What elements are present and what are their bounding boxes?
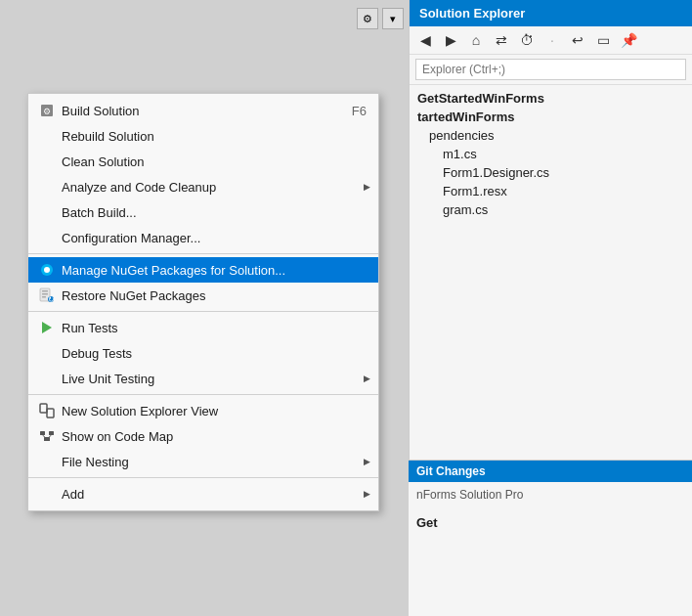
clean-solution-label: Clean Solution — [62, 154, 367, 169]
separator-after-restore-nuget — [28, 311, 378, 312]
svg-rect-13 — [40, 431, 45, 435]
forward-button[interactable]: ▶ — [439, 29, 462, 51]
show-on-code-map-label: Show on Code Map — [62, 429, 367, 444]
file-nesting-label: File Nesting — [62, 455, 367, 469]
menu-item-batch-build[interactable]: Batch Build... — [28, 199, 378, 225]
svg-marker-10 — [42, 322, 52, 333]
live-unit-testing-label: Live Unit Testing — [62, 372, 367, 386]
git-changes-panel: Git Changes nForms Solution Pro Get — [409, 460, 692, 616]
menu-item-configuration-manager[interactable]: Configuration Manager... — [28, 225, 378, 250]
se-search-area — [410, 55, 692, 85]
new-solution-explorer-view-label: New Solution Explorer View — [62, 404, 367, 418]
menu-item-manage-nuget[interactable]: Manage NuGet Packages for Solution... — [28, 257, 378, 283]
build-solution-shortcut: F6 — [352, 104, 367, 118]
debug-tests-label: Debug Tests — [62, 346, 367, 361]
solution-explorer-panel: Solution Explorer ◀ ▶ ⌂ ⇄ ⏱ · ↩ ▭ 📌 GetS… — [409, 0, 692, 616]
menu-item-analyze-code[interactable]: Analyze and Code Cleanup — [28, 174, 378, 199]
clock-button[interactable]: ⏱ — [515, 29, 539, 51]
restore-nuget-icon: ↻ — [36, 287, 58, 303]
settings-icon[interactable]: ⚙ — [357, 8, 378, 29]
configuration-manager-label: Configuration Manager... — [62, 231, 367, 245]
tree-item[interactable]: gram.cs — [410, 200, 692, 219]
tree-item[interactable]: pendencies — [410, 126, 692, 145]
menu-item-run-tests[interactable]: Run Tests — [28, 315, 378, 340]
solution-explorer-title: Solution Explorer — [410, 0, 692, 26]
run-tests-label: Run Tests — [62, 321, 367, 335]
home-button[interactable]: ⌂ — [464, 29, 488, 51]
svg-point-3 — [44, 267, 50, 273]
menu-item-clean-solution[interactable]: Clean Solution — [28, 149, 378, 174]
tree-item[interactable]: Form1.resx — [410, 182, 692, 200]
analyze-code-label: Analyze and Code Cleanup — [62, 180, 367, 195]
separator-after-file-nesting — [28, 477, 378, 478]
se-search-input[interactable] — [415, 59, 686, 80]
dropdown-arrow[interactable]: ▾ — [382, 8, 404, 29]
menu-item-rebuild-solution[interactable]: Rebuild Solution — [28, 123, 378, 149]
git-changes-content: nForms Solution Pro — [409, 482, 692, 507]
build-solution-label: Build Solution — [62, 104, 332, 118]
separator-after-live-unit-testing — [28, 394, 378, 395]
tree-item[interactable]: Form1.Designer.cs — [410, 163, 692, 182]
menu-item-build-solution[interactable]: ⚙Build SolutionF6 — [28, 98, 378, 123]
manage-nuget-label: Manage NuGet Packages for Solution... — [62, 263, 367, 278]
git-get-label: Get — [409, 507, 692, 538]
git-solution-pro-label: nForms Solution Pro — [416, 488, 523, 502]
rebuild-solution-label: Rebuild Solution — [62, 129, 367, 144]
menu-item-add[interactable]: Add — [28, 481, 378, 506]
get-text: Get — [416, 515, 438, 530]
tree-item[interactable]: m1.cs — [410, 145, 692, 163]
context-menu: ⚙Build SolutionF6Rebuild SolutionClean S… — [27, 93, 379, 511]
run-tests-icon — [36, 320, 58, 335]
sync-button[interactable]: ⇄ — [490, 29, 513, 51]
undo-button[interactable]: ↩ — [566, 29, 589, 51]
pin-button[interactable]: 📌 — [617, 29, 640, 51]
svg-rect-11 — [40, 404, 47, 413]
solution-explorer-title-text: Solution Explorer — [419, 6, 525, 21]
svg-rect-5 — [42, 290, 48, 292]
git-changes-title-text: Git Changes — [416, 464, 486, 478]
menu-item-file-nesting[interactable]: File Nesting — [28, 449, 378, 474]
show-on-code-map-icon — [36, 428, 58, 444]
menu-item-restore-nuget[interactable]: ↻Restore NuGet Packages — [28, 283, 378, 308]
svg-text:⚙: ⚙ — [43, 107, 51, 116]
menu-item-new-solution-explorer-view[interactable]: New Solution Explorer View — [28, 398, 378, 423]
manage-nuget-icon — [36, 262, 58, 278]
top-toolbar: ⚙ ▾ — [357, 8, 404, 29]
back-button[interactable]: ◀ — [413, 29, 437, 51]
tree-item[interactable]: tartedWinForms — [410, 108, 692, 126]
new-solution-explorer-view-icon — [36, 403, 58, 418]
svg-rect-14 — [49, 431, 54, 435]
separator-after-configuration-manager — [28, 253, 378, 254]
se-toolbar: ◀ ▶ ⌂ ⇄ ⏱ · ↩ ▭ 📌 — [410, 26, 692, 55]
git-changes-title: Git Changes — [409, 461, 692, 482]
menu-item-show-on-code-map[interactable]: Show on Code Map — [28, 423, 378, 449]
restore-nuget-label: Restore NuGet Packages — [62, 288, 367, 303]
batch-build-label: Batch Build... — [62, 205, 367, 220]
separator-btn: · — [541, 29, 564, 51]
menu-item-debug-tests[interactable]: Debug Tests — [28, 340, 378, 366]
menu-item-live-unit-testing[interactable]: Live Unit Testing — [28, 366, 378, 391]
build-solution-icon: ⚙ — [36, 103, 58, 118]
svg-rect-12 — [47, 409, 54, 418]
tree-item[interactable]: GetStartedWinForms — [410, 89, 692, 108]
window-button[interactable]: ▭ — [591, 29, 615, 51]
add-label: Add — [62, 487, 367, 502]
svg-text:↻: ↻ — [48, 295, 55, 303]
svg-rect-7 — [42, 296, 46, 298]
